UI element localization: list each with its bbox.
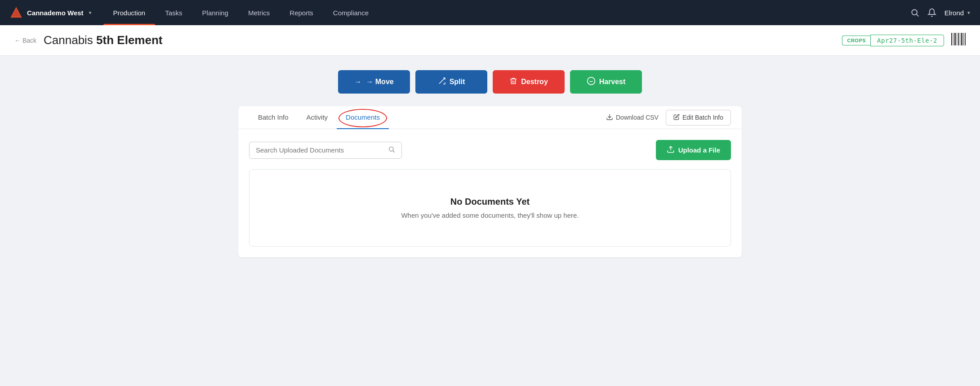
harvest-icon [587,76,596,87]
back-link[interactable]: ← Back [14,37,36,44]
svg-point-14 [389,147,393,151]
nav-item-metrics[interactable]: Metrics [238,0,280,25]
nav-items: Production Tasks Planning Metrics Report… [103,0,910,25]
action-buttons: → → Move Split Destroy [238,70,742,94]
nav-item-compliance[interactable]: Compliance [323,0,379,25]
move-button[interactable]: → → Move [338,70,410,94]
nav-item-reports[interactable]: Reports [280,0,323,25]
search-input[interactable] [256,146,384,154]
svg-point-2 [912,9,917,15]
tab-documents[interactable]: Documents [337,106,389,129]
nav-item-production[interactable]: Production [103,0,156,25]
empty-state-title: No Documents Yet [267,197,713,207]
search-icon[interactable] [388,146,395,155]
tabs-header: Batch Info Activity Documents [238,106,742,129]
destroy-button[interactable]: Destroy [493,70,565,94]
download-icon [606,113,613,122]
svg-rect-9 [960,33,960,45]
trash-icon [509,77,517,87]
svg-rect-12 [965,33,966,45]
search-box [249,142,402,159]
search-icon-button[interactable] [910,8,919,17]
documents-content: Upload a File No Documents Yet When you'… [238,129,742,257]
brand-chevron-icon: ▼ [88,10,93,15]
crops-badge: CROPS [842,36,870,45]
header-right: CROPS Apr27-5th-Ele-2 [842,33,966,48]
user-menu[interactable]: Elrond ▼ [944,9,971,17]
page-title: Cannabis 5th Element [44,33,162,47]
main-nav: Cannademo West ▼ Production Tasks Planni… [0,0,980,25]
svg-rect-6 [954,33,956,45]
empty-state: No Documents Yet When you've added some … [249,169,731,247]
tabs-section: Batch Info Activity Documents [238,106,742,257]
docs-toolbar: Upload a File [249,140,731,160]
empty-state-description: When you've added some documents, they'l… [267,211,713,219]
download-csv-button[interactable]: Download CSV [606,113,659,122]
edit-batch-info-button[interactable]: Edit Batch Info [666,110,731,126]
svg-rect-7 [957,33,957,45]
svg-rect-11 [963,33,964,45]
brand-name: Cannademo West [27,9,84,17]
svg-line-3 [916,14,918,17]
harvest-button[interactable]: Harvest [570,70,642,94]
barcode-icon[interactable] [951,33,966,48]
svg-rect-10 [961,33,962,45]
upload-icon [667,145,675,155]
user-chevron-icon: ▼ [967,10,971,15]
nav-item-tasks[interactable]: Tasks [155,0,192,25]
nav-item-planning[interactable]: Planning [192,0,238,25]
svg-rect-4 [951,33,952,45]
nav-right: Elrond ▼ [910,8,971,17]
svg-rect-5 [953,33,953,45]
notification-icon-button[interactable] [927,8,936,17]
tabs-actions: Download CSV Edit Batch Info [606,110,731,126]
upload-file-button[interactable]: Upload a File [656,140,731,160]
tab-activity[interactable]: Activity [298,106,337,129]
tab-batch-info[interactable]: Batch Info [249,106,298,129]
batch-id: Apr27-5th-Ele-2 [870,35,944,46]
svg-rect-8 [958,33,959,45]
header-bar: ← Back Cannabis 5th Element CROPS Apr27-… [0,25,980,56]
split-button[interactable]: Split [415,70,487,94]
split-icon [438,77,446,87]
main-content: → → Move Split Destroy [220,56,760,272]
svg-line-15 [393,151,395,153]
edit-icon [673,114,680,121]
brand-logo[interactable]: Cannademo West ▼ [9,5,93,20]
move-icon: → [354,78,361,86]
